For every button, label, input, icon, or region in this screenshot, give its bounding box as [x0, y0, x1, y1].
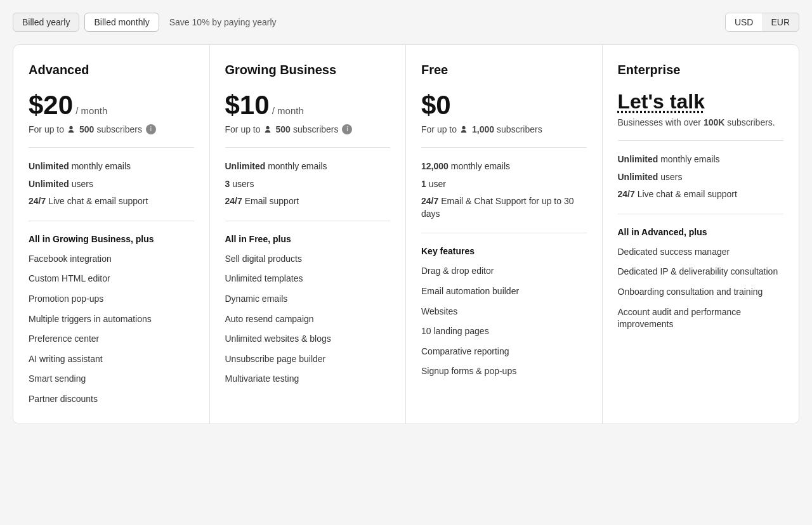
feature-item-growing-0: Sell digital products — [225, 253, 391, 266]
plan-card-advanced: Advanced$20 / monthFor up to 500 subscri… — [13, 45, 210, 424]
stat-item-free-2: 24/7 Email & Chat Support for up to 30 d… — [421, 195, 587, 220]
feature-item-advanced-1: Custom HTML editor — [29, 273, 194, 285]
feature-item-free-4: Comparative reporting — [421, 346, 587, 358]
info-icon-growing[interactable]: i — [342, 124, 352, 134]
subscribers-count-growing: 500 — [276, 124, 291, 134]
subscribers-count-enterprise: 100K — [704, 117, 724, 127]
divider-bottom-growing — [225, 221, 391, 221]
currency-toggle: USD EUR — [725, 13, 799, 32]
plan-name-free: Free — [421, 63, 587, 77]
billing-toggle: Billed yearly Billed monthly Save 10% by… — [13, 13, 277, 32]
section-title-advanced: All in Growing Business, plus — [29, 234, 194, 244]
plan-subscribers-free: For up to 1,000 subscribers — [421, 124, 587, 134]
subscribers-label-growing: subscribers — [293, 124, 339, 134]
price-amount-growing: $10 — [225, 90, 270, 120]
feature-item-advanced-3: Multiple triggers in automations — [29, 313, 194, 326]
plan-name-growing: Growing Business — [225, 63, 391, 77]
feature-item-free-2: Websites — [421, 306, 587, 318]
divider-top-enterprise — [618, 140, 784, 141]
user-icon-free — [459, 125, 468, 134]
feature-item-enterprise-1: Dedicated IP & deliverability consultati… — [618, 266, 784, 278]
plan-subscribers-enterprise: Businesses with over 100K subscribers. — [618, 117, 784, 127]
divider-top-free — [421, 147, 587, 148]
feature-item-enterprise-2: Onboarding consultation and training — [618, 286, 784, 299]
section-title-free: Key features — [421, 246, 587, 256]
feature-item-free-1: Email automation builder — [421, 285, 587, 298]
stat-item-enterprise-1: Unlimited users — [618, 171, 784, 184]
divider-top-growing — [225, 147, 391, 148]
feature-item-free-3: 10 landing pages — [421, 325, 587, 338]
subscribers-text-advanced: For up to — [29, 124, 64, 134]
plan-stats-enterprise: Unlimited monthly emailsUnlimited users2… — [618, 153, 784, 201]
price-amount-free: $0 — [421, 90, 451, 120]
plan-stats-growing: Unlimited monthly emails3 users24/7 Emai… — [225, 160, 391, 208]
features-list-free: Drag & drop editorEmail automation build… — [421, 265, 587, 378]
subscribers-text-enterprise: Businesses with over 100K subscribers. — [618, 117, 775, 127]
user-icon-advanced — [67, 125, 75, 134]
feature-item-free-5: Signup forms & pop-ups — [421, 365, 587, 378]
features-list-growing: Sell digital productsUnlimited templates… — [225, 253, 391, 386]
divider-bottom-advanced — [29, 221, 194, 221]
top-bar: Billed yearly Billed monthly Save 10% by… — [13, 13, 799, 32]
subscribers-label-advanced: subscribers — [96, 124, 142, 134]
price-period-advanced: / month — [73, 105, 107, 116]
billed-yearly-button[interactable]: Billed yearly — [13, 13, 79, 32]
feature-item-growing-5: Unsubscribe page builder — [225, 353, 391, 366]
feature-item-growing-3: Auto resend campaign — [225, 313, 391, 326]
plan-card-enterprise: EnterpriseLet's talkBusinesses with over… — [603, 45, 799, 424]
plan-subscribers-advanced: For up to 500 subscribersi — [29, 124, 194, 134]
save-text: Save 10% by paying yearly — [169, 17, 277, 27]
plan-price-growing: $10 / month — [225, 90, 391, 120]
usd-button[interactable]: USD — [726, 13, 763, 31]
stat-item-enterprise-2: 24/7 Live chat & email support — [618, 188, 784, 201]
plan-stats-advanced: Unlimited monthly emailsUnlimited users2… — [29, 160, 194, 208]
feature-item-growing-4: Unlimited websites & blogs — [225, 333, 391, 346]
section-title-growing: All in Free, plus — [225, 234, 391, 244]
eur-button[interactable]: EUR — [762, 13, 799, 31]
price-amount-advanced: $20 — [29, 90, 73, 120]
feature-item-enterprise-3: Account audit and performance improvemen… — [618, 306, 784, 331]
stat-item-growing-0: Unlimited monthly emails — [225, 160, 391, 173]
plan-card-growing: Growing Business$10 / monthFor up to 500… — [210, 45, 407, 424]
plan-stats-free: 12,000 monthly emails1 user24/7 Email & … — [421, 160, 587, 220]
plan-card-free: Free$0For up to 1,000 subscribers12,000 … — [406, 45, 603, 424]
stat-item-enterprise-0: Unlimited monthly emails — [618, 153, 784, 166]
subscribers-text-free: For up to — [421, 124, 457, 134]
info-icon-advanced[interactable]: i — [146, 124, 156, 134]
feature-item-growing-6: Multivariate testing — [225, 373, 391, 386]
plan-name-advanced: Advanced — [29, 63, 194, 77]
section-title-enterprise: All in Advanced, plus — [618, 227, 784, 237]
stat-item-advanced-2: 24/7 Live chat & email support — [29, 195, 194, 208]
feature-item-enterprise-0: Dedicated success manager — [618, 246, 784, 259]
plans-grid: Advanced$20 / monthFor up to 500 subscri… — [13, 44, 799, 424]
user-icon-growing — [263, 125, 272, 134]
feature-item-advanced-2: Promotion pop-ups — [29, 293, 194, 306]
stat-item-free-1: 1 user — [421, 178, 587, 191]
stat-item-advanced-1: Unlimited users — [29, 178, 194, 191]
feature-item-advanced-0: Facebook integration — [29, 253, 194, 266]
feature-item-advanced-5: AI writing assistant — [29, 353, 194, 366]
feature-item-growing-1: Unlimited templates — [225, 273, 391, 285]
plan-subscribers-growing: For up to 500 subscribersi — [225, 124, 391, 134]
features-list-advanced: Facebook integrationCustom HTML editorPr… — [29, 253, 194, 406]
billed-monthly-button[interactable]: Billed monthly — [84, 13, 159, 32]
feature-item-advanced-6: Smart sending — [29, 373, 194, 386]
lets-talk-enterprise[interactable]: Let's talk — [618, 90, 705, 113]
plan-price-enterprise: Let's talk — [618, 90, 784, 113]
subscribers-text-growing: For up to — [225, 124, 261, 134]
plan-price-free: $0 — [421, 90, 587, 120]
divider-top-advanced — [29, 147, 194, 148]
stat-item-free-0: 12,000 monthly emails — [421, 160, 587, 173]
plan-price-advanced: $20 / month — [29, 90, 194, 120]
divider-bottom-enterprise — [618, 214, 784, 214]
stat-item-advanced-0: Unlimited monthly emails — [29, 160, 194, 173]
divider-bottom-free — [421, 233, 587, 233]
feature-item-advanced-4: Preference center — [29, 333, 194, 346]
feature-item-advanced-7: Partner discounts — [29, 393, 194, 406]
stat-item-growing-2: 24/7 Email support — [225, 195, 391, 208]
features-list-enterprise: Dedicated success managerDedicated IP & … — [618, 246, 784, 331]
plan-name-enterprise: Enterprise — [618, 63, 784, 77]
subscribers-count-free: 1,000 — [472, 124, 494, 134]
stat-item-growing-1: 3 users — [225, 178, 391, 191]
feature-item-free-0: Drag & drop editor — [421, 265, 587, 278]
